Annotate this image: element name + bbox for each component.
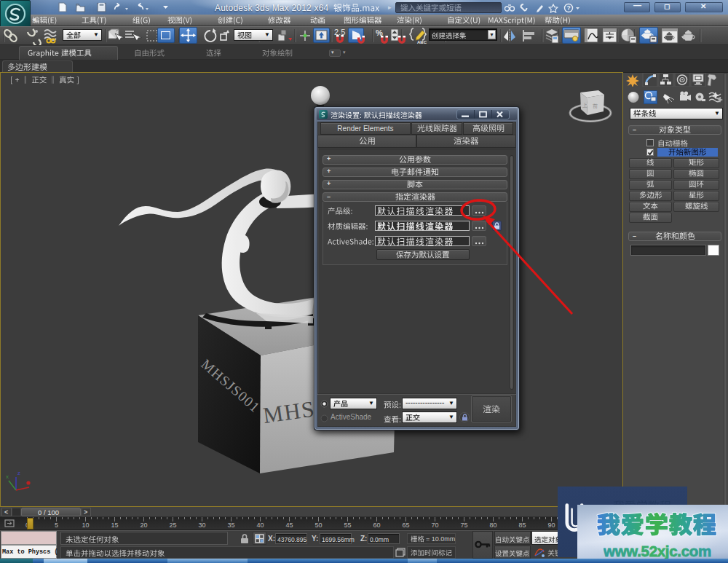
svg-text:z: z <box>17 470 20 476</box>
svg-text:x: x <box>6 473 9 480</box>
svg-text:前: 前 <box>593 103 598 109</box>
svg-text:www.52xjc.com: www.52xjc.com <box>604 543 711 559</box>
svg-text:上: 上 <box>582 103 587 108</box>
svg-text:?: ? <box>566 4 570 12</box>
svg-text:ABC: ABC <box>417 40 427 44</box>
